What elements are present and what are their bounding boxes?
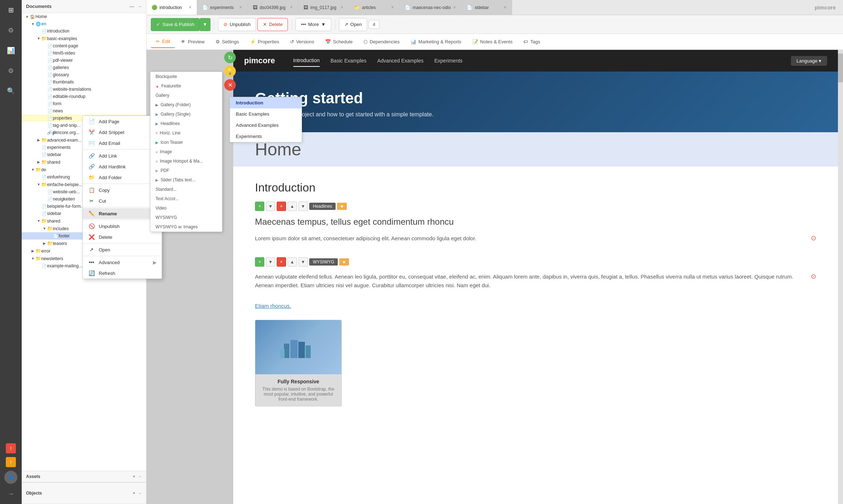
scroll-track[interactable] xyxy=(838,50,843,504)
block-featurette[interactable]: ▲Featurette xyxy=(150,81,222,91)
tab-maecenas[interactable]: 📄 maecenas-nec-odio ✕ xyxy=(400,0,461,15)
versions-tab[interactable]: ↺ Versions xyxy=(285,36,319,48)
settings-tab[interactable]: ⚙ Settings xyxy=(210,36,244,48)
cm-open[interactable]: ↗ Open xyxy=(83,244,162,255)
tab-introduction[interactable]: 🟢 introduction ✕ xyxy=(146,0,197,15)
config-icon[interactable]: ⚙ xyxy=(4,64,17,77)
block-standard[interactable]: Standard... xyxy=(150,185,222,194)
dashboard-icon[interactable]: ⊞ xyxy=(4,4,17,17)
tree-item-html5-video[interactable]: 📄 html5-video xyxy=(22,49,146,57)
tree-item-website-translations[interactable]: 📄 website-translations xyxy=(22,86,146,93)
unpublish-button[interactable]: ⊘ Unpublish xyxy=(218,18,256,31)
block-headlines[interactable]: ▶Headlines xyxy=(150,119,222,128)
close-action-icon[interactable]: ✕ xyxy=(224,79,236,91)
star-btn-1[interactable]: ★ xyxy=(337,203,347,210)
nav-item-basic[interactable]: Basic Examples xyxy=(230,108,302,120)
save-publish-button[interactable]: ✓ Save & Publish xyxy=(151,18,200,31)
preview-nav-introduction[interactable]: Introduction xyxy=(293,55,320,67)
preview-language-btn[interactable]: Language ▾ xyxy=(791,56,827,66)
block-gallery[interactable]: Gallery xyxy=(150,91,222,100)
nav-item-experiments[interactable]: Experiments xyxy=(230,131,302,142)
avatar[interactable]: 👤 xyxy=(4,471,17,484)
tab-experiments[interactable]: 📄 experiments ✕ xyxy=(197,0,248,15)
star-btn-2[interactable]: ★ xyxy=(339,258,349,266)
block-text-accor[interactable]: Text Accor... xyxy=(150,194,222,203)
block-image[interactable]: ■Image xyxy=(150,147,222,156)
search-icon[interactable]: 🔍 xyxy=(4,85,17,98)
tab-dsc04399[interactable]: 🖼 dsc04399.jpg ✕ xyxy=(248,0,298,15)
block-icon-teaser[interactable]: ▶Icon Teaser xyxy=(150,138,222,147)
tab-close-dsc[interactable]: ✕ xyxy=(290,5,293,10)
block-wysiwyg[interactable]: WYSIWYG xyxy=(150,213,222,222)
tab-close-articles[interactable]: ✕ xyxy=(391,5,394,10)
tab-img0117[interactable]: 🖼 img_0117.jpg ✕ xyxy=(298,0,349,15)
edit-indicator-2[interactable]: ⊙ xyxy=(811,272,816,280)
tree-item-introduction[interactable]: 📄 introduction xyxy=(22,27,146,35)
cm-advanced[interactable]: ••• Advanced ▶ xyxy=(83,257,162,268)
block-image-hotspot[interactable]: ■Image Hotspot & Ma... xyxy=(150,156,222,166)
more-button[interactable]: ••• More ▼ xyxy=(295,18,331,31)
block-gallery-folder[interactable]: ▶Gallery (Folder) xyxy=(150,100,222,109)
schedule-tab[interactable]: 📅 Schedule xyxy=(320,36,358,48)
tab-sidebar[interactable]: 📄 sidebar ✕ xyxy=(461,0,512,15)
preview-nav-basic[interactable]: Basic Examples xyxy=(331,55,367,66)
lightbulb-icon[interactable]: 💡 xyxy=(224,65,236,77)
add-btn-1[interactable]: + xyxy=(255,202,264,211)
tree-item-home[interactable]: ▼ 🏠 Home xyxy=(22,13,146,20)
preview-nav-experiments[interactable]: Experiments xyxy=(434,55,463,66)
refresh-action-icon[interactable]: ↻ xyxy=(224,52,236,63)
nav-item-advanced[interactable]: Advanced Examples xyxy=(230,120,302,131)
tree-item-galleries[interactable]: 📄 galleries xyxy=(22,64,146,71)
preview-tab[interactable]: 👁 Preview xyxy=(176,36,209,48)
block-video[interactable]: Video xyxy=(150,203,222,213)
arrow-icon[interactable]: → xyxy=(4,487,17,500)
up-btn-2[interactable]: ▲ xyxy=(288,257,297,267)
tree-expand-icon[interactable]: → xyxy=(137,4,142,9)
down-btn-2[interactable]: ▼ xyxy=(298,257,308,267)
block-pdf[interactable]: ▶PDF xyxy=(150,166,222,175)
analytics-icon[interactable]: 📊 xyxy=(4,44,17,57)
add-btn-2[interactable]: + xyxy=(255,257,264,267)
settings-icon[interactable]: ⚙ xyxy=(4,24,17,37)
nav-item-introduction[interactable]: Introduction xyxy=(230,97,302,108)
edit-tab[interactable]: ✏ Edit xyxy=(151,36,175,48)
tree-collapse-icon[interactable]: — xyxy=(129,4,134,9)
tree-item-content-page[interactable]: 📄 content-page xyxy=(22,42,146,49)
block-gallery-single[interactable]: ▶Gallery (Single) xyxy=(150,109,222,119)
edit-indicator-1[interactable]: ⊙ xyxy=(811,234,816,242)
assets-header[interactable]: Assets + → xyxy=(22,471,146,482)
tree-item-editable-roundup[interactable]: 📄 editable-roundup xyxy=(22,93,146,100)
block-slider[interactable]: ▶Slider (Tabs text... xyxy=(150,175,222,185)
open-button[interactable]: ↗ Open xyxy=(339,18,367,31)
tab-close-experiments[interactable]: ✕ xyxy=(239,5,242,10)
dropdown-btn-2[interactable]: ▼ xyxy=(266,257,275,267)
tab-articles[interactable]: 📁 articles ✕ xyxy=(349,0,400,15)
preview-nav-advanced[interactable]: Advanced Examples xyxy=(377,55,423,66)
objects-expand-icon[interactable]: → xyxy=(137,491,142,496)
dropdown-btn-1[interactable]: ▼ xyxy=(266,202,275,211)
notes-tab[interactable]: 📝 Notes & Events xyxy=(467,36,518,48)
block-blockquote[interactable]: Blockquote xyxy=(150,72,222,81)
tab-close-maecenas[interactable]: ✕ xyxy=(453,5,456,10)
save-publish-dropdown[interactable]: ▼ xyxy=(200,18,210,31)
remove-btn-1[interactable]: × xyxy=(277,202,286,211)
cm-refresh[interactable]: 🔄 Refresh xyxy=(83,268,162,279)
down-btn-1[interactable]: ▼ xyxy=(298,202,308,211)
assets-add-icon[interactable]: + xyxy=(133,474,135,479)
objects-header[interactable]: Objects + → xyxy=(22,482,146,504)
tree-item-basic-examples[interactable]: ▼ 📁 basic-examples xyxy=(22,35,146,42)
delete-button[interactable]: ✕ Delete xyxy=(257,18,288,31)
tags-tab[interactable]: 🏷 Tags xyxy=(518,36,545,48)
tab-close-introduction[interactable]: ✕ xyxy=(188,5,192,10)
properties-tab[interactable]: ⚡ Properties xyxy=(245,36,284,48)
marketing-tab[interactable]: 📊 Marketing & Reports xyxy=(405,36,467,48)
tree-item-glossary[interactable]: 📄 glossary xyxy=(22,71,146,78)
block-horiz-line[interactable]: ×Horiz. Line xyxy=(150,128,222,138)
cm-delete[interactable]: ❌ Delete xyxy=(83,232,162,242)
etiam-link[interactable]: Etiam rhoncus. xyxy=(255,303,291,309)
tree-item-form[interactable]: 📄 form xyxy=(22,100,146,107)
tree-item-pdf-viewer[interactable]: 📄 pdf-viewer xyxy=(22,57,146,64)
scroll-thumb[interactable] xyxy=(838,53,843,82)
tree-item-news[interactable]: 📄 news xyxy=(22,107,146,115)
assets-expand-icon[interactable]: → xyxy=(137,474,142,479)
